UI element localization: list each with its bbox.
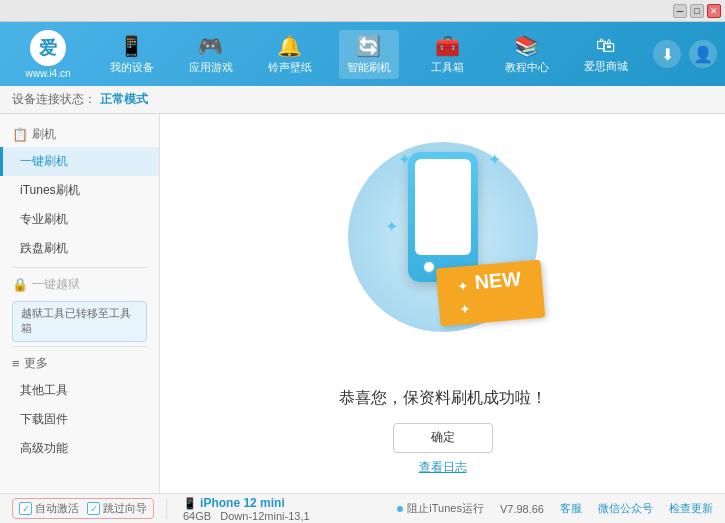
sidebar-divider-2 <box>12 346 147 347</box>
auto-activate-check-icon: ✓ <box>19 502 32 515</box>
device-info: 📱 iPhone 12 mini 64GB Down-12mini-13,1 <box>183 496 310 522</box>
my-device-icon: 📱 <box>119 34 144 58</box>
more-section-icon: ≡ <box>12 356 20 371</box>
main-layout: 📋 刷机 一键刷机 iTunes刷机 专业刷机 跌盘刷机 🔒 一键越狱 越狱工具… <box>0 114 725 493</box>
shop-label: 爱思商城 <box>584 59 628 74</box>
bottom-divider <box>166 499 167 519</box>
nav-my-device[interactable]: 📱 我的设备 <box>102 30 162 79</box>
nav-tutorial[interactable]: 📚 教程中心 <box>497 30 557 79</box>
sidebar-item-disk[interactable]: 跌盘刷机 <box>0 234 159 263</box>
jailbreak-notice: 越狱工具已转移至工具箱 <box>12 301 147 342</box>
sidebar-jailbreak-section: 🔒 一键越狱 <box>0 272 159 297</box>
sidebar-item-itunes[interactable]: iTunes刷机 <box>0 176 159 205</box>
minimize-button[interactable]: ─ <box>673 4 687 18</box>
nav-shop[interactable]: 🛍 爱思商城 <box>576 30 636 78</box>
phone-home-button <box>422 260 436 274</box>
nav-bar: 📱 我的设备 🎮 应用游戏 🔔 铃声壁纸 🔄 智能刷机 🧰 工具箱 📚 教程中心… <box>92 30 645 79</box>
customer-service-link[interactable]: 客服 <box>560 501 582 516</box>
device-storage: 64GB <box>183 510 211 522</box>
sparkle-3: ✦ <box>385 217 398 236</box>
sidebar-item-pro[interactable]: 专业刷机 <box>0 205 159 234</box>
tutorial-icon: 📚 <box>514 34 539 58</box>
title-bar: ─ □ ✕ <box>0 0 725 22</box>
logo-icon: 爱 <box>30 30 66 66</box>
status-label: 设备连接状态： <box>12 91 96 108</box>
smart-flash-icon: 🔄 <box>356 34 381 58</box>
sidebar-divider-1 <box>12 267 147 268</box>
close-button[interactable]: ✕ <box>707 4 721 18</box>
device-name: iPhone 12 mini <box>200 496 285 510</box>
flash-section-icon: 📋 <box>12 127 28 142</box>
toolbox-icon: 🧰 <box>435 34 460 58</box>
sparkle-1: ✦ <box>398 150 411 169</box>
jailbreak-lock-icon: 🔒 <box>12 277 28 292</box>
phone-illustration: ✦ ✦ ✦ ✦ NEW ✦ <box>343 132 543 372</box>
auto-activate-checkbox[interactable]: ✓ 自动激活 <box>19 501 79 516</box>
sidebar-item-onekey[interactable]: 一键刷机 <box>0 147 159 176</box>
more-section-label: 更多 <box>24 355 48 372</box>
my-device-label: 我的设备 <box>110 60 154 75</box>
status-bar: 设备连接状态： 正常模式 <box>0 86 725 114</box>
maximize-button[interactable]: □ <box>690 4 704 18</box>
nav-right-buttons: ⬇ 👤 <box>653 40 717 68</box>
smart-flash-label: 智能刷机 <box>347 60 391 75</box>
main-content: ✦ ✦ ✦ ✦ NEW ✦ 恭喜您，保资料刷机成功啦！ 确定 查看日志 <box>160 114 725 493</box>
itunes-status: 阻止iTunes运行 <box>397 501 484 516</box>
ringtone-label: 铃声壁纸 <box>268 60 312 75</box>
logo-url: www.i4.cn <box>25 68 70 79</box>
account-button[interactable]: 👤 <box>689 40 717 68</box>
nav-smart-flash[interactable]: 🔄 智能刷机 <box>339 30 399 79</box>
itunes-status-dot <box>397 506 403 512</box>
wechat-link[interactable]: 微信公众号 <box>598 501 653 516</box>
phone-screen <box>415 159 471 255</box>
ringtone-icon: 🔔 <box>277 34 302 58</box>
sidebar-item-firmware[interactable]: 下载固件 <box>0 405 159 434</box>
status-value: 正常模式 <box>100 91 148 108</box>
sidebar-more-section: ≡ 更多 <box>0 351 159 376</box>
shop-icon: 🛍 <box>596 34 616 57</box>
nav-app-games[interactable]: 🎮 应用游戏 <box>181 30 241 79</box>
sidebar-section-flash: 📋 刷机 <box>0 122 159 147</box>
goto-daily-link[interactable]: 查看日志 <box>419 459 467 476</box>
toolbox-label: 工具箱 <box>431 60 464 75</box>
new-badge: ✦ NEW ✦ <box>435 259 545 326</box>
ribbon-star-right: ✦ <box>458 301 469 316</box>
skip-wizard-label: 跳过向导 <box>103 501 147 516</box>
app-games-icon: 🎮 <box>198 34 223 58</box>
bottom-left: ✓ 自动激活 ✓ 跳过向导 📱 iPhone 12 mini 64GB Down… <box>12 496 397 522</box>
checkbox-group: ✓ 自动激活 ✓ 跳过向导 <box>12 498 154 519</box>
new-ribbon: ✦ NEW ✦ <box>438 264 543 322</box>
jailbreak-label: 一键越狱 <box>32 276 80 293</box>
sidebar: 📋 刷机 一键刷机 iTunes刷机 专业刷机 跌盘刷机 🔒 一键越狱 越狱工具… <box>0 114 160 493</box>
app-games-label: 应用游戏 <box>189 60 233 75</box>
auto-activate-label: 自动激活 <box>35 501 79 516</box>
check-update-link[interactable]: 检查更新 <box>669 501 713 516</box>
logo-area: 爱 www.i4.cn <box>8 30 88 79</box>
device-model: Down-12mini-13,1 <box>220 510 309 522</box>
nav-toolbox[interactable]: 🧰 工具箱 <box>418 30 478 79</box>
device-icon: 📱 <box>183 497 197 509</box>
skip-wizard-checkbox[interactable]: ✓ 跳过向导 <box>87 501 147 516</box>
ribbon-star-left: ✦ <box>456 279 467 294</box>
skip-wizard-check-icon: ✓ <box>87 502 100 515</box>
sidebar-item-tools[interactable]: 其他工具 <box>0 376 159 405</box>
confirm-button[interactable]: 确定 <box>393 423 493 453</box>
bottom-bar: ✓ 自动激活 ✓ 跳过向导 📱 iPhone 12 mini 64GB Down… <box>0 493 725 523</box>
tutorial-label: 教程中心 <box>505 60 549 75</box>
header: 爱 www.i4.cn 📱 我的设备 🎮 应用游戏 🔔 铃声壁纸 🔄 智能刷机 … <box>0 22 725 86</box>
download-button[interactable]: ⬇ <box>653 40 681 68</box>
success-message: 恭喜您，保资料刷机成功啦！ <box>339 388 547 409</box>
nav-ringtone[interactable]: 🔔 铃声壁纸 <box>260 30 320 79</box>
sparkle-2: ✦ <box>488 150 501 169</box>
version-label: V7.98.66 <box>500 503 544 515</box>
sidebar-item-advanced[interactable]: 高级功能 <box>0 434 159 463</box>
bottom-right: 阻止iTunes运行 V7.98.66 客服 微信公众号 检查更新 <box>397 501 713 516</box>
itunes-status-label: 阻止iTunes运行 <box>407 501 484 516</box>
flash-section-label: 刷机 <box>32 126 56 143</box>
new-badge-text: NEW <box>473 267 521 293</box>
